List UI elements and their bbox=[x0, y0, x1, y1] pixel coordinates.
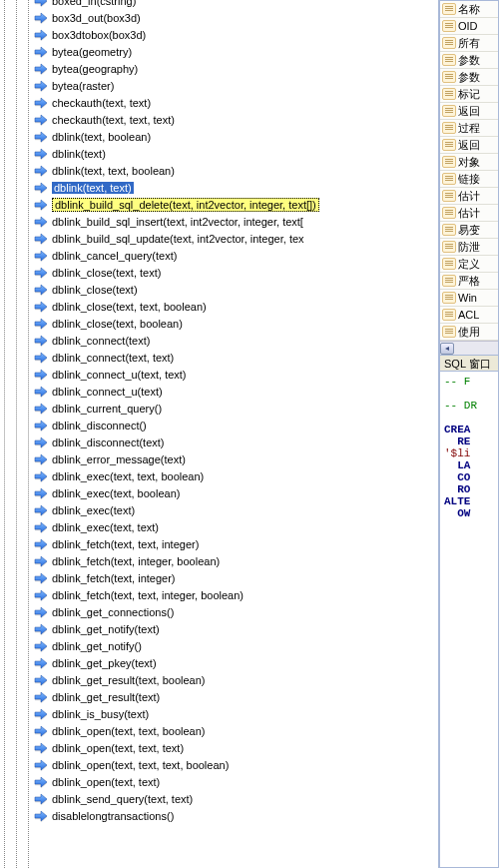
tree-item[interactable]: dblink_disconnect(text) bbox=[30, 434, 438, 450]
property-row[interactable]: 返回 bbox=[440, 137, 498, 154]
tree-item[interactable]: dblink_build_sql_delete(text, int2vector… bbox=[30, 196, 438, 213]
tree-item[interactable]: box3d_out(box3d) bbox=[30, 9, 438, 26]
tree-item[interactable]: disablelongtransactions() bbox=[30, 807, 438, 824]
tree-item[interactable]: dblink_connect(text) bbox=[30, 332, 438, 349]
property-row[interactable]: 标记 bbox=[440, 86, 498, 103]
tree-item[interactable]: dblink_open(text, text, text, boolean) bbox=[30, 756, 438, 773]
object-browser-tree: boxed_in(cstring) box3d_out(box3d) box3d… bbox=[0, 0, 439, 868]
tree-item[interactable]: dblink_cancel_query(text) bbox=[30, 247, 438, 264]
property-label: 所有 bbox=[458, 36, 480, 51]
tree-item-label: dblink_disconnect() bbox=[52, 420, 147, 432]
tree-item-label: dblink_error_message(text) bbox=[52, 453, 186, 465]
tree-item[interactable]: bytea(geometry) bbox=[30, 43, 438, 60]
tree-scroll[interactable]: boxed_in(cstring) box3d_out(box3d) box3d… bbox=[0, 0, 438, 868]
property-row[interactable]: 估计 bbox=[440, 205, 498, 222]
property-row[interactable]: 参数 bbox=[440, 52, 498, 69]
function-arrow-icon bbox=[34, 469, 48, 483]
tree-item[interactable]: dblink_get_connections() bbox=[30, 603, 438, 620]
tree-item[interactable]: boxed_in(cstring) bbox=[30, 0, 438, 9]
function-arrow-icon bbox=[34, 147, 48, 161]
tree-item[interactable]: dblink_close(text) bbox=[30, 281, 438, 298]
tree-item[interactable]: checkauth(text, text) bbox=[30, 94, 438, 111]
property-row[interactable]: 名称 bbox=[440, 1, 498, 18]
tree-item-label: dblink_build_sql_insert(text, int2vector… bbox=[52, 216, 303, 228]
tree-item[interactable]: dblink(text) bbox=[30, 145, 438, 162]
property-icon bbox=[442, 190, 456, 202]
tree-item[interactable]: dblink_fetch(text, text, integer) bbox=[30, 535, 438, 552]
tree-item[interactable]: dblink_close(text, text) bbox=[30, 264, 438, 281]
tree-item[interactable]: dblink(text, boolean) bbox=[30, 128, 438, 145]
scroll-left-button[interactable]: ◂ bbox=[440, 343, 454, 355]
tree-item[interactable]: dblink_build_sql_update(text, int2vector… bbox=[30, 230, 438, 247]
tree-item[interactable]: dblink_send_query(text, text) bbox=[30, 790, 438, 807]
tree-item[interactable]: dblink_fetch(text, integer) bbox=[30, 569, 438, 586]
tree-item[interactable]: box3dtobox(box3d) bbox=[30, 26, 438, 43]
property-row[interactable]: 过程 bbox=[440, 120, 498, 137]
tree-item-label: dblink_send_query(text, text) bbox=[52, 793, 193, 805]
tree-item[interactable]: dblink(text, text, boolean) bbox=[30, 162, 438, 179]
tree-item[interactable]: dblink_exec(text, text, boolean) bbox=[30, 467, 438, 484]
tree-item[interactable]: checkauth(text, text, text) bbox=[30, 111, 438, 128]
properties-panel: 名称 OID 所有 参数 参数 标记 返回 过程 返回 对象 链接 估计 估计 … bbox=[439, 0, 499, 356]
tree-item[interactable]: dblink_get_pkey(text) bbox=[30, 654, 438, 671]
tree-item[interactable]: dblink_exec(text, text) bbox=[30, 518, 438, 535]
property-icon bbox=[442, 309, 456, 321]
tree-item[interactable]: dblink_open(text, text, text) bbox=[30, 739, 438, 756]
tree-item-label: dblink_current_query() bbox=[52, 403, 162, 415]
tree-item[interactable]: dblink_error_message(text) bbox=[30, 450, 438, 467]
property-row[interactable]: 链接 bbox=[440, 171, 498, 188]
property-row[interactable]: 所有 bbox=[440, 35, 498, 52]
tree-item-label: box3d_out(box3d) bbox=[52, 12, 141, 24]
tree-item[interactable]: dblink_get_result(text, boolean) bbox=[30, 671, 438, 688]
tree-item[interactable]: bytea(geography) bbox=[30, 60, 438, 77]
property-row[interactable]: 严格 bbox=[440, 273, 498, 290]
tree-item[interactable]: dblink_get_notify() bbox=[30, 637, 438, 654]
properties-hscroll[interactable]: ◂ bbox=[440, 341, 498, 355]
tree-item[interactable]: dblink_fetch(text, integer, boolean) bbox=[30, 552, 438, 569]
tree-item[interactable]: dblink(text, text) bbox=[30, 179, 438, 196]
property-label: 防泄 bbox=[458, 240, 480, 255]
property-icon bbox=[442, 326, 456, 338]
function-arrow-icon bbox=[34, 435, 48, 449]
property-icon bbox=[442, 275, 456, 287]
function-arrow-icon bbox=[34, 792, 48, 806]
tree-item[interactable]: dblink_exec(text) bbox=[30, 501, 438, 518]
property-row[interactable]: 估计 bbox=[440, 188, 498, 205]
function-arrow-icon bbox=[34, 215, 48, 229]
tree-item[interactable]: dblink_connect(text, text) bbox=[30, 349, 438, 366]
property-row[interactable]: 对象 bbox=[440, 154, 498, 171]
tree-item[interactable]: dblink_exec(text, boolean) bbox=[30, 484, 438, 501]
tree-item[interactable]: dblink_get_result(text) bbox=[30, 688, 438, 705]
tree-item[interactable]: dblink_connect_u(text, text) bbox=[30, 366, 438, 383]
tree-item[interactable]: dblink_close(text, boolean) bbox=[30, 315, 438, 332]
function-arrow-icon bbox=[34, 113, 48, 127]
property-row[interactable]: 易变 bbox=[440, 222, 498, 239]
property-row[interactable]: OID bbox=[440, 18, 498, 35]
tree-item[interactable]: dblink_fetch(text, text, integer, boolea… bbox=[30, 586, 438, 603]
tree-item[interactable]: dblink_open(text, text) bbox=[30, 773, 438, 790]
tree-item[interactable]: dblink_open(text, text, boolean) bbox=[30, 722, 438, 739]
tree-item-label: dblink_fetch(text, integer, boolean) bbox=[52, 555, 220, 567]
property-icon bbox=[442, 241, 456, 253]
property-row[interactable]: ACL bbox=[440, 307, 498, 324]
tree-item-label: dblink_get_connections() bbox=[52, 606, 174, 618]
tree-item[interactable]: dblink_close(text, text, boolean) bbox=[30, 298, 438, 315]
property-row[interactable]: 返回 bbox=[440, 103, 498, 120]
property-row[interactable]: 使用 bbox=[440, 324, 498, 341]
tree-item[interactable]: dblink_current_query() bbox=[30, 400, 438, 417]
function-arrow-icon bbox=[34, 486, 48, 500]
property-icon bbox=[442, 258, 456, 270]
tree-item[interactable]: dblink_is_busy(text) bbox=[30, 705, 438, 722]
tree-item[interactable]: dblink_connect_u(text) bbox=[30, 383, 438, 400]
tree-item-label: dblink_disconnect(text) bbox=[52, 436, 165, 448]
tree-item[interactable]: dblink_disconnect() bbox=[30, 417, 438, 434]
property-row[interactable]: Win bbox=[440, 290, 498, 307]
tree-item[interactable]: bytea(raster) bbox=[30, 77, 438, 94]
tree-item-label: dblink_exec(text) bbox=[52, 504, 135, 516]
property-row[interactable]: 定义 bbox=[440, 256, 498, 273]
property-row[interactable]: 防泄 bbox=[440, 239, 498, 256]
tree-item[interactable]: dblink_build_sql_insert(text, int2vector… bbox=[30, 213, 438, 230]
tree-item[interactable]: dblink_get_notify(text) bbox=[30, 620, 438, 637]
property-row[interactable]: 参数 bbox=[440, 69, 498, 86]
function-arrow-icon bbox=[34, 368, 48, 382]
